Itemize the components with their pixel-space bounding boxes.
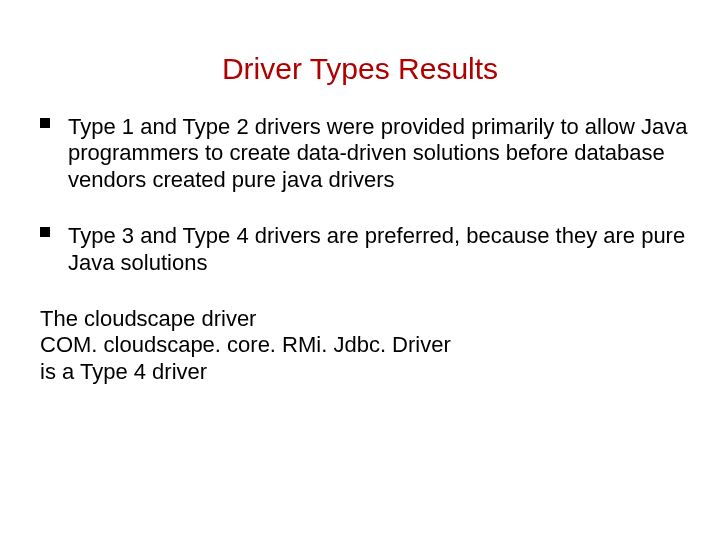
square-bullet-icon (40, 118, 50, 128)
slide: Driver Types Results Type 1 and Type 2 d… (0, 0, 720, 540)
footer-line: is a Type 4 driver (40, 359, 690, 385)
footer-text-block: The cloudscape driver COM. cloudscape. c… (40, 306, 690, 385)
bullet-text: Type 3 and Type 4 drivers are preferred,… (68, 223, 685, 274)
bullet-text: Type 1 and Type 2 drivers were provided … (68, 114, 688, 192)
footer-line: COM. cloudscape. core. RMi. Jdbc. Driver (40, 332, 690, 358)
slide-title: Driver Types Results (30, 52, 690, 86)
footer-line: The cloudscape driver (40, 306, 690, 332)
bullet-list: Type 1 and Type 2 drivers were provided … (40, 114, 690, 276)
square-bullet-icon (40, 227, 50, 237)
list-item: Type 3 and Type 4 drivers are preferred,… (40, 223, 690, 276)
list-item: Type 1 and Type 2 drivers were provided … (40, 114, 690, 193)
